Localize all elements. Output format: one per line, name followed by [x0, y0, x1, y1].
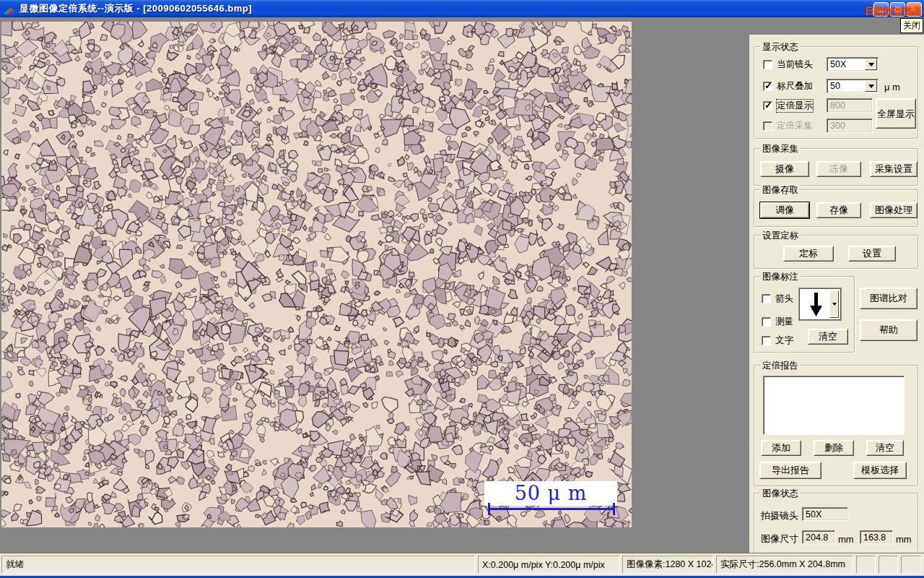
current-lens-value: 50X — [830, 59, 846, 69]
status-empty-3 — [901, 556, 922, 574]
close-tooltip: 关闭 — [900, 18, 923, 33]
ruler-checkbox-row[interactable]: 标尺叠加 — [763, 80, 813, 92]
arrow-label: 箭头 — [775, 293, 793, 305]
ruler-label: 标尺叠加 — [777, 80, 813, 92]
group-report: 定倍报告 添加 删除 清空 导出报告 模板选择 — [754, 365, 918, 486]
down-arrow-icon — [808, 293, 824, 319]
control-panel: 显示状态 当前镜头 50X 标尺叠加 50 μ m 定倍显示 — [749, 35, 924, 570]
capture-settings-button[interactable]: 采集设置 — [870, 161, 918, 177]
group-calibration-legend: 设置定标 — [760, 230, 801, 242]
fixed-display-value: 800 — [830, 100, 845, 111]
save-image-button[interactable]: 存像 — [816, 202, 861, 218]
group-calibration: 设置定标 定标 设置 — [754, 235, 918, 269]
measure-label: 测量 — [775, 316, 793, 328]
export-report-button[interactable]: 导出报告 — [759, 462, 821, 479]
fixed-display-checkbox-row[interactable]: 定倍显示 — [763, 100, 813, 112]
status-bar: 就绪 X:0.200μ m/pix Y:0.200μ m/pix 图像像素:12… — [0, 553, 924, 576]
help-button[interactable]: 帮助 — [860, 319, 918, 341]
report-add-button[interactable]: 添加 — [761, 440, 801, 456]
current-lens-label: 当前镜头 — [777, 59, 813, 71]
calibrate-button[interactable]: 定标 — [783, 246, 834, 262]
current-lens-combo[interactable]: 50X — [827, 57, 879, 72]
current-lens-checkbox[interactable] — [763, 60, 772, 69]
scale-bar-tick-left — [488, 503, 490, 515]
fullscreen-button[interactable]: 全屏显示 — [876, 98, 916, 129]
group-capture: 图像采集 摄像 冻像 采集设置 — [754, 148, 918, 186]
report-delete-button[interactable]: 删除 — [814, 440, 854, 456]
load-image-button[interactable]: 调像 — [760, 202, 809, 218]
micrograph-viewport[interactable]: 50 μ m — [1, 22, 632, 527]
current-lens-checkbox-row[interactable]: 当前镜头 — [763, 59, 813, 71]
group-display-status: 显示状态 当前镜头 50X 标尺叠加 50 μ m 定倍显示 — [754, 46, 918, 139]
group-annotation-legend: 图像标注 — [760, 271, 801, 283]
measure-checkbox-row[interactable]: 测量 — [762, 316, 793, 328]
status-pixel-scale: X:0.200μ m/pix Y:0.200μ m/pix — [478, 556, 619, 574]
image-height-unit: mm — [896, 534, 912, 545]
fixed-display-checkbox[interactable] — [763, 101, 772, 111]
process-image-button[interactable]: 图像处理 — [870, 202, 918, 218]
text-checkbox-row[interactable]: 文字 — [762, 335, 793, 347]
chevron-down-icon — [868, 63, 874, 66]
fixed-capture-checkbox-row: 定倍采集 — [763, 120, 813, 132]
calibration-set-button[interactable]: 设置 — [848, 246, 896, 262]
scale-bar-tick-right — [613, 503, 615, 515]
measure-checkbox[interactable] — [762, 317, 771, 327]
group-storage: 图像存取 调像 存像 图像处理 — [754, 189, 918, 227]
ruler-unit-label: μ m — [884, 82, 900, 92]
text-checkbox[interactable] — [762, 336, 771, 345]
lens-used-field: 50X — [802, 507, 848, 521]
group-image-status: 图像状态 拍摄镜头 50X 图像尺寸 204.8 mm 163.8 mm — [754, 493, 918, 556]
scale-bar-line — [488, 508, 615, 510]
report-listbox[interactable] — [763, 376, 905, 435]
annotation-clear-button[interactable]: 清空 — [808, 329, 848, 345]
minimize-icon — [877, 11, 884, 13]
group-storage-legend: 图像存取 — [760, 184, 801, 197]
chevron-down-icon — [832, 303, 837, 306]
image-width-unit: mm — [838, 534, 854, 545]
arrow-checkbox-row[interactable]: 箭头 — [762, 293, 793, 305]
status-image-pixels: 图像像素:1280 X 1024 — [622, 556, 713, 574]
fixed-capture-label: 定倍采集 — [777, 120, 813, 132]
fixed-display-input: 800 — [827, 98, 873, 113]
ruler-value: 50 — [830, 81, 840, 91]
arrow-checkbox[interactable] — [762, 294, 771, 303]
atlas-compare-button[interactable]: 图谱比对 — [860, 288, 918, 309]
status-ready: 就绪 — [1, 556, 475, 574]
current-lens-combo-arrow[interactable] — [865, 59, 877, 70]
ruler-checkbox[interactable] — [763, 82, 772, 91]
ruler-combo[interactable]: 50 — [827, 79, 879, 93]
restore-icon — [894, 7, 901, 12]
status-empty-2 — [879, 556, 898, 574]
micrograph-image[interactable] — [1, 22, 632, 527]
group-annotation: 图像标注 箭头 测量 文字 — [754, 276, 855, 353]
minimize-button[interactable] — [873, 2, 889, 17]
image-height-field: 163.8 — [860, 530, 893, 544]
ruler-combo-arrow[interactable] — [865, 80, 877, 92]
image-width-field: 204.8 — [802, 530, 835, 544]
fixed-capture-input: 300 — [827, 118, 873, 133]
group-report-legend: 定倍报告 — [760, 360, 801, 372]
template-select-button[interactable]: 模板选择 — [853, 462, 907, 479]
lens-used-value: 50X — [806, 509, 821, 519]
image-size-label: 图像尺寸 — [761, 532, 798, 545]
group-display-status-legend: 显示状态 — [760, 41, 801, 53]
fixed-capture-value: 300 — [830, 121, 845, 131]
app-icon — [3, 3, 16, 14]
lens-used-label: 拍摄镜头 — [761, 509, 798, 522]
image-height-value: 163.8 — [863, 532, 886, 543]
freeze-button: 冻像 — [816, 161, 861, 177]
image-width-value: 204.8 — [806, 532, 828, 543]
report-clear-button[interactable]: 清空 — [866, 440, 904, 456]
restore-button[interactable] — [890, 2, 905, 17]
arrow-style-combo[interactable] — [799, 288, 841, 320]
window-title: 显微图像定倍系统--演示版 - [20090602055646.bmp] — [19, 2, 252, 15]
group-image-status-legend: 图像状态 — [760, 488, 801, 500]
fixed-display-label: 定倍显示 — [777, 100, 813, 112]
group-capture-legend: 图像采集 — [760, 143, 801, 155]
close-button[interactable]: ✕ — [907, 2, 922, 17]
title-bar: 显微图像定倍系统--演示版 - [20090602055646.bmp] ✕ — [0, 0, 924, 17]
arrow-style-combo-arrow[interactable] — [829, 290, 839, 318]
shoot-button[interactable]: 摄像 — [760, 161, 809, 177]
scale-bar-label: 50 μ m — [484, 481, 617, 506]
status-empty-1 — [856, 556, 876, 574]
